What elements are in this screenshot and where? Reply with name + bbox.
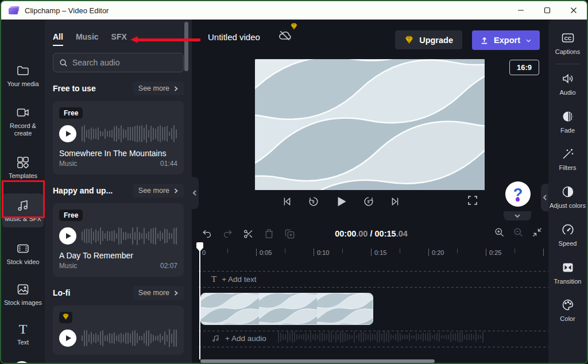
tab-all[interactable]: All <box>53 32 63 46</box>
audio-track-card[interactable] <box>53 305 184 355</box>
ruler-label: 0:10 <box>317 249 329 256</box>
cloud-sync-status <box>277 28 295 45</box>
add-text-track[interactable]: T + Add text <box>211 274 257 284</box>
tool-transition[interactable]: Transition <box>548 254 587 292</box>
audio-tabs: All Music SFX <box>45 20 192 46</box>
track-type: Music <box>59 262 77 270</box>
track-duration: 01:44 <box>160 160 177 168</box>
sidebar-item-record-create[interactable]: Record & create <box>1 100 45 142</box>
tool-adjust-colors[interactable]: Adjust colors <box>548 179 587 216</box>
tool-audio[interactable]: Audio <box>548 65 587 103</box>
sidebar-item-stock-video[interactable]: Stock video <box>1 237 45 270</box>
play-icon <box>65 130 72 137</box>
text-t-icon: T <box>19 322 28 336</box>
clipchamp-logo-icon <box>9 6 19 14</box>
tool-label: Speed <box>559 240 577 248</box>
track-title: A Day To Remember <box>59 251 177 260</box>
sidebar-item-your-media[interactable]: Your media <box>1 59 45 92</box>
track-duration: 02:07 <box>160 262 177 270</box>
sidebar-item-stock-images[interactable]: Stock images <box>1 277 45 311</box>
play-preview-button[interactable] <box>59 227 76 245</box>
tool-color[interactable]: Color <box>548 292 587 330</box>
play-preview-button[interactable] <box>59 330 76 347</box>
timeline-ruler[interactable]: 0 0:05 0:10 0:15 0:20 0:25 <box>192 247 551 260</box>
tool-fade[interactable]: Fade <box>548 103 587 141</box>
sidebar-item-label: Text <box>17 339 29 346</box>
chevron-left-icon <box>192 190 197 196</box>
premium-gem-icon <box>290 22 298 30</box>
tool-label: Color <box>560 315 575 323</box>
skip-end-icon[interactable] <box>389 195 401 208</box>
help-button[interactable]: ? <box>505 181 531 207</box>
sidebar-item-label: Stock video <box>7 258 40 266</box>
rewind-5s-icon[interactable]: 5 <box>307 195 320 208</box>
audio-track-card[interactable]: Free A Day To Remember Music02:07 <box>53 203 184 277</box>
tab-music[interactable]: Music <box>76 32 99 46</box>
maximize-icon[interactable] <box>534 1 560 20</box>
export-button[interactable]: Export <box>472 30 540 50</box>
video-camera-icon <box>16 106 30 119</box>
text-t-icon: T <box>211 274 216 284</box>
track-divider <box>199 347 551 347</box>
audio-track-card[interactable]: Free Somewhere In The Mountains Music01:… <box>53 101 184 175</box>
folder-icon <box>16 64 30 78</box>
collapse-panel-handle[interactable] <box>191 177 199 209</box>
tool-label: Filters <box>559 164 577 172</box>
minimize-icon[interactable] <box>508 1 534 20</box>
add-audio-track[interactable]: + Add audio <box>211 334 266 343</box>
tool-filters[interactable]: Filters <box>548 141 587 179</box>
sidebar-item-music-sfx[interactable]: Music & SFX <box>2 193 44 227</box>
fullscreen-button[interactable] <box>467 195 478 208</box>
tool-label: Audio <box>559 89 575 97</box>
forward-5s-icon[interactable]: 5 <box>362 195 375 208</box>
window-title: Clipchamp – Video Editor <box>25 6 109 15</box>
zoom-in-icon[interactable] <box>494 227 505 238</box>
collapse-right-sidebar-handle[interactable] <box>541 184 548 211</box>
play-button-icon[interactable] <box>334 194 349 209</box>
chevron-left-icon <box>543 195 547 200</box>
timeline-scrollbar[interactable] <box>200 359 435 363</box>
play-icon <box>65 335 72 342</box>
playhead-handle[interactable] <box>196 242 204 253</box>
upgrade-button[interactable]: Upgrade <box>395 30 462 49</box>
gem-icon <box>404 35 414 45</box>
close-icon[interactable] <box>560 1 587 20</box>
playhead-line[interactable] <box>199 245 200 359</box>
music-note-icon <box>211 334 220 343</box>
speaker-icon <box>561 72 575 86</box>
video-clip[interactable] <box>200 293 373 325</box>
tool-speed[interactable]: Speed <box>548 216 587 254</box>
audio-waveform <box>82 328 177 348</box>
chevron-right-icon <box>173 86 179 91</box>
sidebar-item-templates[interactable]: Templates <box>1 150 45 184</box>
aspect-ratio-badge[interactable]: 16:9 <box>509 60 539 75</box>
svg-text:CC: CC <box>564 36 571 41</box>
sidebar-item-text[interactable]: T Text <box>1 317 45 351</box>
sidebar-item-label: Record & create <box>2 122 44 137</box>
premium-gem-badge <box>59 312 72 323</box>
see-more-button[interactable]: See more <box>133 184 184 198</box>
sidebar-item-label: Music & SFX <box>5 215 41 223</box>
zoom-out-icon[interactable] <box>513 227 524 238</box>
video-preview[interactable] <box>255 59 485 190</box>
see-more-button[interactable]: See more <box>133 286 184 300</box>
see-more-button[interactable]: See more <box>133 82 184 95</box>
section-title: Lo-fi <box>53 288 70 297</box>
sidebar-more-button[interactable] <box>13 361 31 364</box>
music-note-icon <box>16 199 30 212</box>
tool-captions[interactable]: CC Captions <box>548 20 587 63</box>
panel-scrollbar[interactable] <box>184 22 188 71</box>
stage: Untitled video Upgrade Export 16:9 5 5 <box>192 20 551 222</box>
fade-icon <box>561 110 575 123</box>
suggested-audio-waveform <box>278 331 542 343</box>
project-title[interactable]: Untitled video <box>208 32 260 42</box>
search-input[interactable] <box>72 58 170 67</box>
tab-sfx[interactable]: SFX <box>111 32 127 46</box>
skip-start-icon[interactable] <box>281 195 293 208</box>
svg-text:5: 5 <box>368 200 370 204</box>
search-audio-box[interactable] <box>53 53 184 72</box>
help-collapse-tab[interactable] <box>504 211 531 220</box>
track-divider <box>199 287 551 288</box>
play-preview-button[interactable] <box>59 125 76 142</box>
collapse-timeline-icon[interactable] <box>532 227 543 238</box>
